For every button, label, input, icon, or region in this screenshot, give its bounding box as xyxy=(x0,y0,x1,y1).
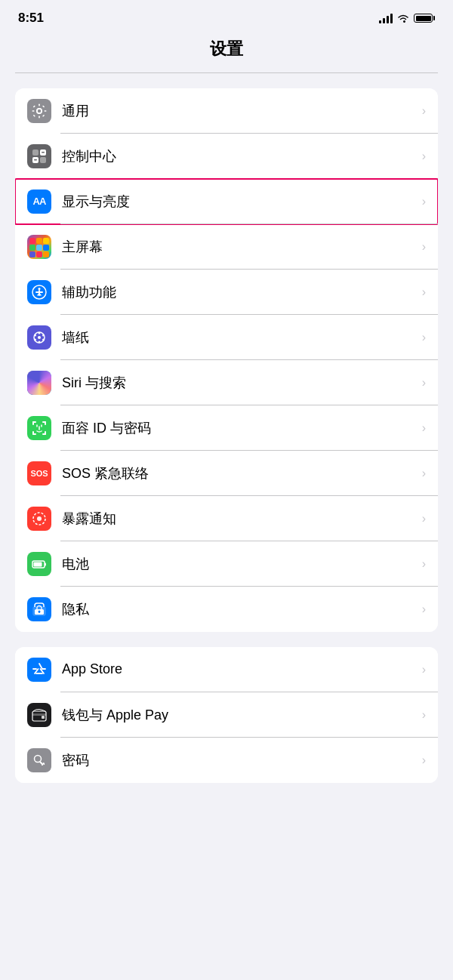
accessibility-label: 辅助功能 xyxy=(62,283,416,301)
svg-rect-13 xyxy=(42,152,45,153)
svg-point-22 xyxy=(39,331,41,334)
settings-section-1: 通用 › 控制中心 › AA 显示与亮度 › xyxy=(15,88,438,632)
passcode-label: 密码 xyxy=(62,751,416,769)
battery-label: 电池 xyxy=(62,555,416,573)
wallpaper-label: 墙纸 xyxy=(62,328,416,347)
status-time: 8:51 xyxy=(18,11,44,26)
passcode-icon xyxy=(27,748,51,772)
settings-row-faceid[interactable]: 面容 ID 与密码 › xyxy=(15,405,438,451)
svg-point-41 xyxy=(37,516,42,521)
svg-rect-1 xyxy=(39,103,40,106)
svg-rect-51 xyxy=(32,713,46,716)
svg-rect-36 xyxy=(45,431,46,435)
bottom-spacer xyxy=(0,783,453,813)
display-chevron: › xyxy=(422,195,426,208)
settings-row-accessibility[interactable]: 辅助功能 › xyxy=(15,270,438,315)
settings-row-passcode[interactable]: 密码 › xyxy=(15,738,438,783)
wallet-chevron: › xyxy=(422,708,426,722)
siri-chevron: › xyxy=(422,376,426,390)
svg-rect-35 xyxy=(32,431,34,435)
settings-section-2: App Store › 钱包与 Apple Pay › 密码 › xyxy=(15,647,438,783)
svg-rect-12 xyxy=(40,157,46,163)
svg-point-27 xyxy=(34,334,36,336)
svg-rect-55 xyxy=(42,763,43,766)
settings-row-wallet[interactable]: 钱包与 Apple Pay › xyxy=(15,692,438,738)
page-title: 设置 xyxy=(210,39,243,58)
svg-rect-6 xyxy=(42,114,45,116)
svg-rect-14 xyxy=(34,159,37,161)
status-icons xyxy=(379,13,435,23)
settings-row-appstore[interactable]: App Store › xyxy=(15,647,438,692)
svg-rect-48 xyxy=(39,612,39,613)
privacy-icon xyxy=(27,597,51,621)
battery-icon-settings xyxy=(27,552,51,576)
display-icon: AA xyxy=(27,190,51,214)
svg-rect-9 xyxy=(32,149,39,156)
faceid-label: 面容 ID 与密码 xyxy=(62,419,416,437)
appstore-label: App Store xyxy=(62,661,416,677)
home-screen-label: 主屏幕 xyxy=(62,238,416,256)
settings-row-exposure[interactable]: 暴露通知 › xyxy=(15,496,438,541)
privacy-chevron: › xyxy=(422,602,426,616)
settings-row-display[interactable]: AA 显示与亮度 › xyxy=(15,179,438,224)
settings-row-general[interactable]: 通用 › xyxy=(15,88,438,134)
svg-rect-4 xyxy=(45,110,47,112)
wallet-icon xyxy=(27,703,51,727)
display-label: 显示与亮度 xyxy=(62,193,416,211)
svg-rect-34 xyxy=(45,421,46,425)
settings-row-wallpaper[interactable]: 墙纸 › xyxy=(15,315,438,360)
svg-point-53 xyxy=(35,755,42,762)
control-center-label: 控制中心 xyxy=(62,147,416,165)
settings-row-battery[interactable]: 电池 › xyxy=(15,541,438,587)
exposure-label: 暴露通知 xyxy=(62,510,416,528)
svg-point-26 xyxy=(34,338,36,341)
general-chevron: › xyxy=(422,104,426,118)
title-divider xyxy=(15,72,438,73)
svg-rect-44 xyxy=(45,562,46,566)
svg-point-28 xyxy=(38,336,41,339)
control-center-icon xyxy=(27,144,51,168)
svg-point-16 xyxy=(39,288,41,290)
svg-rect-2 xyxy=(39,116,40,118)
settings-row-home-screen[interactable]: 主屏幕 › xyxy=(15,224,438,270)
status-bar: 8:51 xyxy=(0,0,453,32)
wallpaper-chevron: › xyxy=(422,331,426,344)
settings-row-privacy[interactable]: 隐私 › xyxy=(15,587,438,632)
home-screen-chevron: › xyxy=(422,240,426,254)
wallpaper-icon xyxy=(27,325,51,350)
page-title-bar: 设置 xyxy=(0,32,453,72)
home-screen-icon xyxy=(27,235,51,259)
control-center-chevron: › xyxy=(422,149,426,163)
settings-row-siri[interactable]: Siri 与搜索 › xyxy=(15,360,438,405)
svg-rect-8 xyxy=(42,105,45,107)
appstore-icon xyxy=(27,658,51,682)
svg-rect-52 xyxy=(42,716,45,719)
sos-icon: SOS xyxy=(27,461,51,485)
svg-rect-3 xyxy=(32,110,35,112)
settings-row-sos[interactable]: SOS SOS 紧急联络 › xyxy=(15,451,438,496)
wallet-label: 钱包与 Apple Pay xyxy=(62,706,416,724)
settings-row-control-center[interactable]: 控制中心 › xyxy=(15,134,438,179)
appstore-chevron: › xyxy=(422,663,426,676)
exposure-icon xyxy=(27,507,51,531)
accessibility-icon xyxy=(27,280,51,304)
battery-status-icon xyxy=(414,14,435,23)
siri-icon xyxy=(27,371,51,395)
general-icon xyxy=(27,99,51,123)
svg-rect-7 xyxy=(33,114,35,116)
passcode-chevron: › xyxy=(422,753,426,767)
accessibility-chevron: › xyxy=(422,285,426,299)
svg-point-25 xyxy=(39,341,41,343)
privacy-label: 隐私 xyxy=(62,600,416,618)
signal-icon xyxy=(379,13,393,23)
sos-label: SOS 紧急联络 xyxy=(62,464,416,482)
general-label: 通用 xyxy=(62,102,416,120)
wifi-icon xyxy=(397,14,409,23)
battery-chevron: › xyxy=(422,557,426,571)
svg-point-23 xyxy=(42,334,45,336)
siri-label: Siri 与搜索 xyxy=(62,374,416,392)
svg-rect-33 xyxy=(32,421,34,425)
exposure-chevron: › xyxy=(422,512,426,525)
sos-chevron: › xyxy=(422,467,426,480)
faceid-icon xyxy=(27,416,51,440)
